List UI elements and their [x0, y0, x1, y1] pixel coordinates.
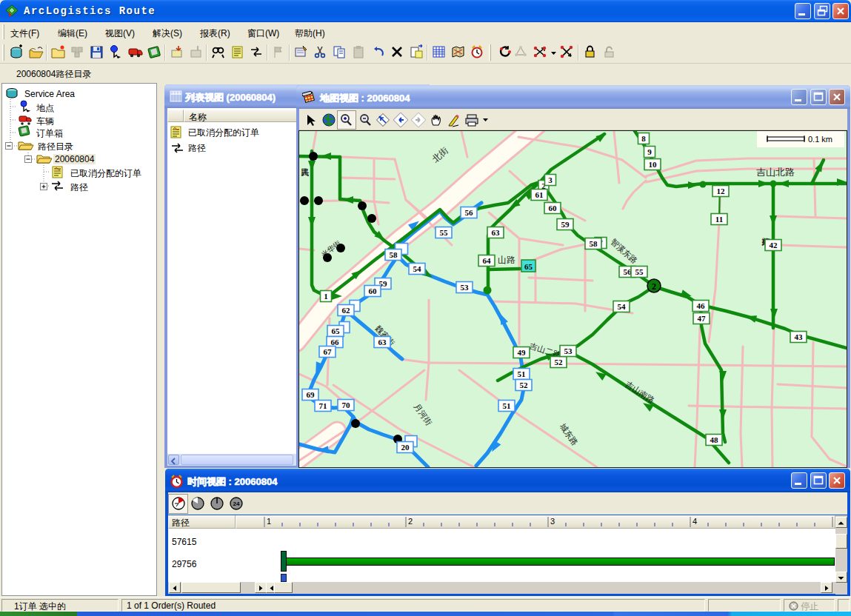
svg-text:0.1 km: 0.1 km	[808, 135, 832, 144]
svg-text:47: 47	[698, 314, 707, 323]
svg-text:52: 52	[555, 358, 564, 366]
svg-text:63: 63	[492, 228, 501, 237]
svg-text:71: 71	[319, 401, 327, 410]
svg-text:55: 55	[440, 228, 449, 237]
svg-text:48: 48	[710, 435, 719, 444]
svg-text:51: 51	[503, 401, 511, 410]
svg-text:66: 66	[331, 338, 340, 346]
svg-text:1: 1	[324, 292, 328, 301]
svg-text:63: 63	[378, 338, 387, 346]
svg-text:2: 2	[652, 281, 656, 292]
svg-text:46: 46	[697, 301, 706, 310]
svg-text:69: 69	[307, 390, 316, 399]
svg-text:58: 58	[390, 250, 398, 259]
svg-text:51: 51	[518, 369, 526, 378]
svg-text:64: 64	[483, 256, 492, 265]
svg-text:60: 60	[549, 204, 558, 212]
svg-text:49: 49	[518, 348, 527, 357]
svg-text:1: 1	[267, 517, 271, 526]
svg-text:12: 12	[717, 187, 726, 195]
svg-text:3: 3	[548, 175, 553, 184]
svg-text:59: 59	[561, 220, 570, 229]
svg-text:54: 54	[618, 302, 627, 311]
svg-text:53: 53	[461, 283, 470, 292]
svg-text:山路: 山路	[498, 255, 515, 265]
svg-text:吉山北路: 吉山北路	[756, 167, 795, 178]
svg-text:2: 2	[408, 517, 413, 526]
svg-text:9: 9	[647, 147, 652, 156]
svg-text:58: 58	[590, 239, 598, 248]
svg-text:70: 70	[342, 401, 351, 409]
svg-text:61: 61	[535, 190, 544, 199]
svg-text:52: 52	[520, 381, 529, 389]
svg-text:10: 10	[649, 160, 658, 169]
svg-text:8: 8	[641, 134, 646, 143]
svg-text:53: 53	[564, 346, 573, 355]
svg-text:62: 62	[342, 306, 351, 315]
svg-text:42: 42	[770, 241, 778, 250]
svg-text:55: 55	[635, 267, 644, 276]
svg-text:43: 43	[795, 332, 804, 341]
svg-text:67: 67	[324, 347, 333, 356]
svg-text:54: 54	[413, 264, 422, 273]
svg-text:3: 3	[550, 517, 555, 526]
svg-text:11: 11	[715, 215, 723, 224]
svg-text:65: 65	[332, 327, 341, 335]
svg-text:60: 60	[369, 287, 378, 295]
svg-text:56: 56	[465, 208, 474, 217]
svg-text:4: 4	[693, 517, 697, 526]
svg-text:24: 24	[233, 500, 240, 507]
svg-text:65: 65	[524, 262, 533, 271]
svg-text:20: 20	[401, 443, 410, 452]
